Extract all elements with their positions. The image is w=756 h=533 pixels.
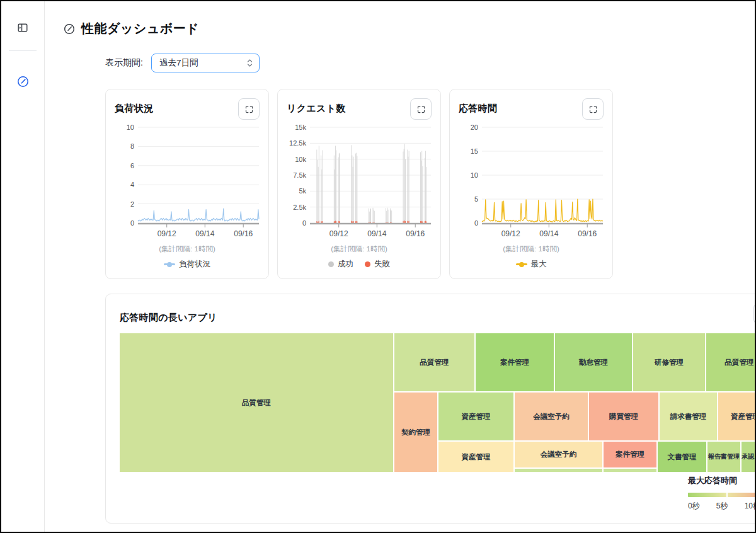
svg-text:15: 15 [471, 147, 478, 155]
gradient-scale [688, 493, 756, 497]
page-title: 性能ダッシュボード [81, 20, 199, 37]
line-marker-icon [516, 263, 527, 265]
treemap-cell[interactable]: 請求書管理 [660, 393, 717, 440]
treemap-cell[interactable]: 勤怠管理 [555, 333, 632, 391]
gradient-stops: 0秒 5秒 10秒~ [688, 501, 756, 512]
svg-text:20: 20 [471, 123, 478, 131]
sidebar-divider [9, 50, 37, 51]
chart-caption: (集計間隔: 1時間) [115, 244, 260, 254]
chart-plot: 024681009/1209/1409/16 [115, 123, 260, 243]
svg-text:7.5k: 7.5k [293, 171, 306, 179]
svg-text:09/12: 09/12 [501, 229, 520, 238]
treemap-cell[interactable]: 契約管理 [394, 393, 437, 472]
load-chart-svg: 024681009/1209/1409/16 [115, 123, 261, 241]
fullscreen-corners-icon [244, 105, 254, 114]
chart-plot: 02.5k5k7.5k10k12.5k15k09/1209/1409/16 [287, 123, 432, 243]
svg-text:5k: 5k [299, 187, 306, 195]
chart-cards-row: 負荷状況 024681009/1209/1409/16 (集計間隔: 1時間) … [105, 89, 756, 279]
chart-plot: 0510152009/1209/1409/16 [459, 123, 604, 243]
line-marker-icon [164, 263, 175, 265]
treemap-cell[interactable]: 購買管理 [589, 393, 658, 440]
gauge-icon [17, 76, 29, 88]
requests-chart-svg: 02.5k5k7.5k10k12.5k15k09/1209/1409/16 [287, 123, 433, 241]
svg-text:4: 4 [130, 181, 134, 188]
fullscreen-corners-icon [416, 105, 426, 114]
chart-legend: 成功失敗 [287, 259, 432, 270]
svg-text:09/14: 09/14 [539, 229, 558, 238]
svg-text:0: 0 [130, 219, 134, 227]
sidebar-toggle-icon [17, 22, 28, 33]
main-content: 性能ダッシュボード 表示期間: 過去7日間 負荷状況 024681009/120… [45, 1, 756, 532]
expand-button[interactable] [238, 98, 260, 120]
svg-text:09/12: 09/12 [158, 229, 176, 238]
treemap-cell[interactable]: 資産管理 [438, 442, 513, 472]
treemap-cell[interactable]: 案件管理 [604, 442, 656, 467]
stop-min: 0秒 [688, 501, 700, 512]
chart-legend: 負荷状況 [115, 259, 260, 270]
treemap-cell[interactable]: 会議室予約 [515, 442, 602, 467]
treemap-legend-title: 最大応答時間 [688, 475, 756, 486]
svg-text:09/14: 09/14 [367, 229, 386, 238]
dot-marker-icon [365, 261, 370, 267]
period-select-value: 過去7日間 [159, 57, 246, 69]
treemap-cell-small[interactable] [604, 469, 656, 472]
page-header: 性能ダッシュボード [64, 20, 756, 37]
treemap-cell[interactable]: 研修管理 [633, 333, 705, 391]
treemap-cell[interactable]: 資産管理 [438, 393, 513, 440]
svg-text:09/12: 09/12 [329, 229, 348, 238]
legend-item: 失敗 [365, 259, 390, 270]
svg-text:5: 5 [474, 195, 478, 203]
chart-legend: 最大 [459, 259, 604, 270]
sidebar-toggle-button[interactable] [11, 16, 34, 39]
svg-text:10: 10 [471, 171, 478, 179]
response-chart-svg: 0510152009/1209/1409/16 [459, 123, 605, 241]
expand-button[interactable] [582, 98, 604, 120]
chart-card-title: 負荷状況 [115, 98, 153, 115]
svg-text:15k: 15k [295, 123, 306, 131]
gauge-icon [64, 23, 75, 35]
sidebar [1, 1, 45, 532]
svg-text:2: 2 [130, 200, 134, 208]
svg-text:0: 0 [474, 219, 478, 227]
period-select[interactable]: 過去7日間 [151, 54, 260, 72]
treemap-cell[interactable]: 会議室予約 [515, 393, 588, 440]
treemap-legend: 最大応答時間 0秒 5秒 10秒~ [688, 475, 756, 512]
treemap-cell[interactable]: 報告書管理 [707, 442, 740, 472]
chart-caption: (集計間隔: 1時間) [287, 244, 432, 254]
svg-text:12.5k: 12.5k [289, 139, 306, 147]
dot-marker-icon [328, 261, 334, 267]
response-chart-card: 応答時間 0510152009/1209/1409/16 (集計間隔: 1時間)… [449, 89, 613, 279]
svg-text:8: 8 [130, 142, 134, 150]
treemap-cell[interactable]: 承認ワー... [742, 442, 756, 472]
legend-item: 最大 [516, 259, 547, 270]
load-chart-card: 負荷状況 024681009/1209/1409/16 (集計間隔: 1時間) … [105, 89, 269, 279]
expand-button[interactable] [410, 98, 432, 120]
treemap-cell[interactable]: 品質管理 [120, 333, 393, 472]
treemap-card: 応答時間の長いアプリ 品質管理品質管理案件管理勤怠管理研修管理品質管理契約管理資… [105, 294, 756, 524]
fullscreen-corners-icon [588, 105, 598, 114]
treemap-title: 応答時間の長いアプリ [116, 303, 756, 324]
requests-chart-card: リクエスト数 02.5k5k7.5k10k12.5k15k09/1209/140… [277, 89, 441, 279]
treemap-cell[interactable]: 品質管理 [394, 333, 474, 391]
sidebar-item-performance-dashboard[interactable] [11, 70, 34, 93]
treemap-cell[interactable]: 案件管理 [476, 333, 554, 391]
legend-item: 成功 [328, 259, 353, 270]
stop-mid: 5秒 [716, 501, 728, 512]
svg-text:10: 10 [127, 123, 134, 131]
treemap: 品質管理品質管理案件管理勤怠管理研修管理品質管理契約管理資産管理会議室予約購買管… [120, 333, 756, 472]
svg-text:2.5k: 2.5k [293, 203, 306, 211]
treemap-cell[interactable]: 文書管理 [658, 442, 706, 472]
svg-text:09/14: 09/14 [195, 229, 214, 238]
chart-caption: (集計間隔: 1時間) [459, 244, 604, 254]
chart-card-title: リクエスト数 [287, 98, 346, 115]
expand-button[interactable] [753, 303, 756, 324]
svg-text:09/16: 09/16 [578, 229, 597, 238]
treemap-cell[interactable]: 資産管理 [718, 393, 756, 440]
treemap-cell-small[interactable] [515, 469, 602, 472]
treemap-cell[interactable]: 品質管理 [706, 333, 756, 391]
svg-text:09/16: 09/16 [406, 229, 425, 238]
svg-text:6: 6 [130, 162, 134, 169]
up-down-chevron-icon [246, 58, 254, 68]
svg-text:0: 0 [302, 219, 306, 227]
svg-text:10k: 10k [295, 156, 306, 163]
